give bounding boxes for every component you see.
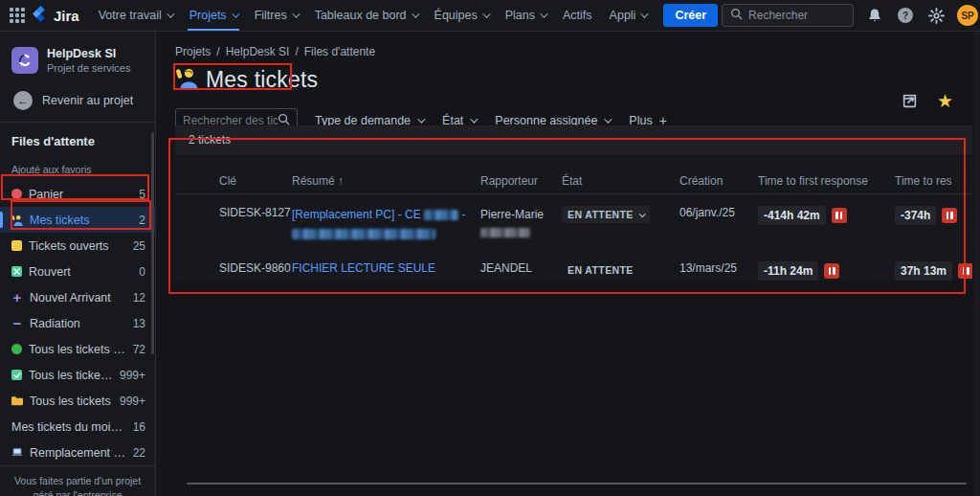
chevron-down-icon xyxy=(540,10,547,17)
queue-item-tous-clos[interactable]: Tous les tickets clos999+ xyxy=(0,362,155,388)
sla-time-value: 37h 13m xyxy=(895,261,952,281)
back-to-project-button[interactable]: ← Revenir au projet xyxy=(0,83,155,122)
laptop-icon xyxy=(11,447,23,459)
redacted-text xyxy=(480,228,530,237)
queue-item-panier[interactable]: Panier5 xyxy=(0,181,155,207)
nav-tableaux-de-bord[interactable]: Tableaux de bord xyxy=(307,2,425,29)
sort-ascending-icon: ↑ xyxy=(338,174,344,188)
table-header-row: Clé Résumé ↑ Rapporteur État Création Ti… xyxy=(175,168,972,194)
chevron-down-icon xyxy=(482,10,490,17)
chevron-down-icon xyxy=(605,115,612,123)
redacted-text xyxy=(424,210,458,220)
column-header-key[interactable]: Clé xyxy=(219,174,292,188)
settings-gear-icon[interactable] xyxy=(926,6,946,25)
created-date: 06/janv./25 xyxy=(679,194,758,219)
column-header-summary[interactable]: Résumé ↑ xyxy=(292,174,480,188)
green-check-square-icon xyxy=(11,370,22,380)
ticket-summary-link[interactable]: [Remplacement PC] - CE - xyxy=(292,208,465,239)
column-header-created[interactable]: Création xyxy=(679,174,758,188)
top-navigation-bar: Jira Votre travail Projets Filtres Table… xyxy=(0,0,980,32)
sla-time-value: -414h 42m xyxy=(758,206,826,225)
queue-item-nouvel-arrivant[interactable]: + Nouvel Arrivant12 xyxy=(0,284,155,310)
horizontal-scrollbar[interactable] xyxy=(187,483,967,485)
person-raising-hand-icon xyxy=(11,214,23,226)
breadcrumb-projets[interactable]: Projets xyxy=(175,45,211,58)
queue-item-rouvert[interactable]: Rouvert0 xyxy=(0,259,155,284)
jira-logo-icon xyxy=(33,6,49,25)
app-switcher-icon[interactable] xyxy=(10,5,25,26)
global-search-input[interactable] xyxy=(748,9,845,22)
chevron-down-icon xyxy=(292,10,300,17)
vertical-scrollbar[interactable] xyxy=(973,32,980,496)
ticket-count: 2 tickets xyxy=(175,125,972,154)
project-header[interactable]: HelpDesk SI Projet de services xyxy=(0,32,155,83)
notifications-bell-icon[interactable] xyxy=(865,6,884,25)
nav-actifs[interactable]: Actifs xyxy=(555,2,600,29)
status-badge[interactable]: EN ATTENTE xyxy=(562,206,650,223)
queue-item-mes-tickets-mois[interactable]: Mes tickets du mois en co...16 xyxy=(0,414,155,440)
queue-item-tous-ouverts[interactable]: Tous les tickets ouverts72 xyxy=(0,336,155,362)
primary-nav: Votre travail Projets Filtres Tableaux d… xyxy=(91,2,655,29)
reporter-name: JEANDEL xyxy=(480,250,562,275)
tickets-table-panel: 2 tickets Clé Résumé ↑ Rapporteur État C… xyxy=(175,125,972,281)
chevron-down-icon xyxy=(470,115,478,123)
yellow-square-icon xyxy=(11,240,22,251)
ticket-key: SIDESK-9860 xyxy=(219,250,292,275)
project-name: HelpDesk SI xyxy=(47,47,130,60)
column-header-reporter[interactable]: Rapporteur xyxy=(480,174,562,188)
queue-list: Panier5 Mes tickets2 Tickets ouverts25 R… xyxy=(0,181,155,465)
sla-time-value: -11h 24m xyxy=(758,261,818,281)
raising-hand-emoji-icon xyxy=(175,67,198,93)
jira-wordmark: Jira xyxy=(54,8,79,24)
page-title: Mes tickets xyxy=(206,67,318,93)
column-header-status[interactable]: État xyxy=(562,174,679,188)
table-row: SIDESK-8127 [Remplacement PC] - CE - Pie… xyxy=(175,194,972,250)
queue-item-remplacement-pc[interactable]: Remplacement PC22 xyxy=(0,440,155,465)
column-header-ttfr[interactable]: Time to first response xyxy=(758,174,895,188)
nav-projets[interactable]: Projets xyxy=(182,2,245,29)
column-header-ttr[interactable]: Time to res xyxy=(895,174,972,188)
yellow-folder-icon xyxy=(11,395,23,407)
green-circle-icon xyxy=(11,344,22,354)
jira-logo[interactable]: Jira xyxy=(29,6,87,25)
pause-icon xyxy=(942,208,957,223)
ticket-key: SIDESK-8127 xyxy=(219,194,292,219)
user-avatar[interactable]: SP xyxy=(957,5,978,26)
nav-plans[interactable]: Plans xyxy=(498,2,553,29)
purple-minus-icon: − xyxy=(11,318,23,329)
share-export-icon[interactable] xyxy=(901,91,920,110)
sidebar-scrollbar[interactable] xyxy=(151,132,154,354)
breadcrumb-separator: / xyxy=(295,45,298,58)
global-search[interactable] xyxy=(722,4,854,27)
nav-votre-travail[interactable]: Votre travail xyxy=(91,2,180,29)
breadcrumb-helpdesk[interactable]: HelpDesk SI xyxy=(226,45,290,58)
green-cross-square-icon xyxy=(11,266,22,277)
create-button[interactable]: Créer xyxy=(663,4,718,27)
queue-item-tickets-ouverts[interactable]: Tickets ouverts25 xyxy=(0,233,155,259)
favorite-star-icon[interactable]: ★ xyxy=(937,92,953,110)
queue-item-mes-tickets[interactable]: Mes tickets2 xyxy=(0,207,155,233)
nav-appli[interactable]: Appli xyxy=(602,2,655,29)
queue-item-radiation[interactable]: − Radiation13 xyxy=(0,310,155,336)
chevron-down-icon xyxy=(638,211,645,217)
chevron-down-icon xyxy=(412,10,419,17)
red-circle-icon xyxy=(11,189,22,199)
search-icon xyxy=(730,8,743,23)
svg-text:?: ? xyxy=(902,11,908,21)
chevron-down-icon xyxy=(167,10,174,17)
breadcrumb-files-attente[interactable]: Files d'attente xyxy=(304,45,375,58)
chevron-down-icon xyxy=(232,10,239,17)
ticket-summary-link[interactable]: FICHIER LECTURE SEULE xyxy=(292,261,435,275)
project-type: Projet de services xyxy=(47,62,130,74)
nav-filtres[interactable]: Filtres xyxy=(247,2,305,29)
sidebar-footer-note: Vous faites partie d'un projet géré par … xyxy=(0,465,155,496)
created-date: 13/mars/25 xyxy=(679,250,758,275)
project-avatar-icon xyxy=(11,47,38,74)
pause-icon xyxy=(832,208,847,223)
queue-item-tous-les-tickets[interactable]: Tous les tickets999+ xyxy=(0,388,155,414)
help-icon[interactable]: ? xyxy=(896,6,915,25)
chevron-down-icon xyxy=(417,115,425,123)
pause-icon xyxy=(958,263,972,279)
nav-equipes[interactable]: Équipes xyxy=(427,2,496,29)
sla-time-value: -374h xyxy=(895,206,936,225)
